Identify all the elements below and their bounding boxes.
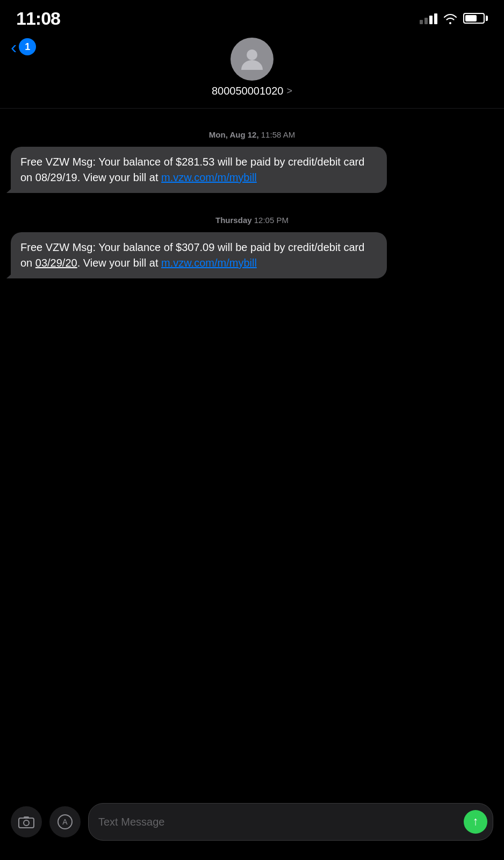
camera-icon xyxy=(18,815,34,828)
avatar xyxy=(231,38,273,81)
signal-icon xyxy=(420,12,437,24)
text-input-container[interactable]: Text Message ↑ xyxy=(88,803,493,841)
back-button[interactable]: ‹ 1 xyxy=(11,38,36,56)
status-icons xyxy=(420,12,488,24)
back-chevron-icon: ‹ xyxy=(11,38,17,56)
message-link-2[interactable]: m.vzw.com/m/mybill xyxy=(161,257,257,269)
status-time: 11:08 xyxy=(16,8,60,29)
bottom-toolbar: A Text Message ↑ xyxy=(0,796,504,860)
messages-area: Mon, Aug 12, 11:58 AM Free VZW Msg: Your… xyxy=(0,109,504,292)
svg-point-2 xyxy=(24,820,29,826)
send-button[interactable]: ↑ xyxy=(464,810,487,834)
camera-button[interactable] xyxy=(11,806,42,837)
wifi-icon xyxy=(443,12,458,24)
send-arrow-icon: ↑ xyxy=(473,815,479,827)
date-header-1: Mon, Aug 12, 11:58 AM xyxy=(11,130,493,139)
message-link-1[interactable]: m.vzw.com/m/mybill xyxy=(161,171,257,183)
apps-button[interactable]: A xyxy=(49,806,81,837)
svg-rect-3 xyxy=(24,816,29,819)
svg-text:A: A xyxy=(62,818,68,826)
svg-rect-1 xyxy=(19,818,34,828)
status-bar: 11:08 xyxy=(0,0,504,32)
text-input-placeholder[interactable]: Text Message xyxy=(98,816,458,828)
message-bubble-1: Free VZW Msg: Your balance of $281.53 wi… xyxy=(11,147,387,193)
message-header: ‹ 1 800050001020 > xyxy=(0,32,504,109)
message-text-2b: . View your bill at xyxy=(77,257,161,269)
date-header-2: Thursday 12:05 PM xyxy=(11,216,493,225)
svg-point-0 xyxy=(247,49,257,60)
message-bubble-2: Free VZW Msg: Your balance of $307.09 wi… xyxy=(11,232,387,278)
back-badge: 1 xyxy=(19,38,36,55)
apps-icon: A xyxy=(57,814,73,830)
battery-icon xyxy=(463,13,488,24)
avatar-person-icon xyxy=(238,45,266,73)
message-date-link-2: 03/29/20 xyxy=(35,257,77,269)
contact-info-chevron: > xyxy=(286,85,292,97)
contact-name[interactable]: 800050001020 > xyxy=(212,85,292,97)
